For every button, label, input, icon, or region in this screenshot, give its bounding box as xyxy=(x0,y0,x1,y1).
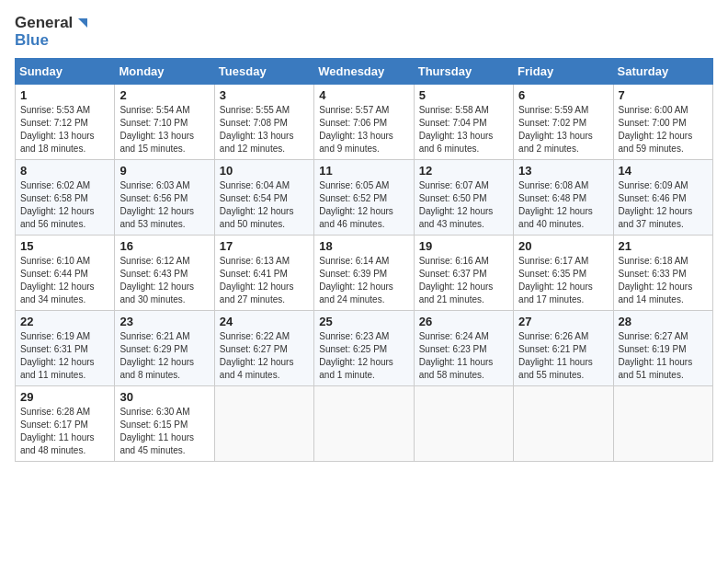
calendar-day-cell: 5 Sunrise: 5:58 AM Sunset: 7:04 PM Dayli… xyxy=(414,85,513,160)
calendar-day-cell: 29 Sunrise: 6:28 AM Sunset: 6:17 PM Dayl… xyxy=(16,386,115,462)
day-number: 4 xyxy=(319,88,408,102)
day-number: 10 xyxy=(220,164,309,178)
calendar-day-cell: 10 Sunrise: 6:04 AM Sunset: 6:54 PM Dayl… xyxy=(214,160,313,236)
day-info: Sunrise: 6:13 AM Sunset: 6:41 PM Dayligh… xyxy=(220,255,309,306)
calendar-header-row: SundayMondayTuesdayWednesdayThursdayFrid… xyxy=(16,59,713,85)
calendar-day-cell: 1 Sunrise: 5:53 AM Sunset: 7:12 PM Dayli… xyxy=(16,85,115,160)
calendar-day-cell: 9 Sunrise: 6:03 AM Sunset: 6:56 PM Dayli… xyxy=(115,160,214,236)
day-number: 14 xyxy=(619,164,708,178)
calendar-day-cell: 15 Sunrise: 6:10 AM Sunset: 6:44 PM Dayl… xyxy=(16,236,115,311)
calendar-day-cell: 16 Sunrise: 6:12 AM Sunset: 6:43 PM Dayl… xyxy=(115,236,214,311)
calendar-day-cell: 24 Sunrise: 6:22 AM Sunset: 6:27 PM Dayl… xyxy=(214,311,313,386)
calendar-day-cell: 6 Sunrise: 5:59 AM Sunset: 7:02 PM Dayli… xyxy=(514,85,613,160)
day-number: 23 xyxy=(119,315,209,328)
day-info: Sunrise: 5:55 AM Sunset: 7:08 PM Dayligh… xyxy=(220,104,309,155)
day-info: Sunrise: 6:22 AM Sunset: 6:27 PM Dayligh… xyxy=(220,330,309,382)
calendar-body: 1 Sunrise: 5:53 AM Sunset: 7:12 PM Dayli… xyxy=(16,85,713,462)
logo-arrow-icon xyxy=(74,15,91,31)
day-number: 15 xyxy=(20,239,109,253)
day-number: 22 xyxy=(20,315,109,328)
day-info: Sunrise: 6:14 AM Sunset: 6:39 PM Dayligh… xyxy=(319,255,408,306)
calendar-day-cell xyxy=(613,386,712,462)
calendar-week-row: 15 Sunrise: 6:10 AM Sunset: 6:44 PM Dayl… xyxy=(16,236,713,311)
day-info: Sunrise: 6:28 AM Sunset: 6:17 PM Dayligh… xyxy=(20,406,109,457)
calendar-week-row: 8 Sunrise: 6:02 AM Sunset: 6:58 PM Dayli… xyxy=(16,160,713,236)
day-info: Sunrise: 6:02 AM Sunset: 6:58 PM Dayligh… xyxy=(20,179,109,231)
calendar-day-cell: 30 Sunrise: 6:30 AM Sunset: 6:15 PM Dayl… xyxy=(115,386,214,462)
day-info: Sunrise: 6:10 AM Sunset: 6:44 PM Dayligh… xyxy=(20,255,109,306)
day-info: Sunrise: 6:07 AM Sunset: 6:50 PM Dayligh… xyxy=(419,179,508,231)
day-number: 9 xyxy=(119,164,209,178)
day-number: 8 xyxy=(20,164,109,178)
calendar-day-cell xyxy=(314,386,414,462)
calendar-day-cell: 11 Sunrise: 6:05 AM Sunset: 6:52 PM Dayl… xyxy=(314,160,414,236)
calendar-weekday-header: Monday xyxy=(115,59,214,85)
calendar-week-row: 1 Sunrise: 5:53 AM Sunset: 7:12 PM Dayli… xyxy=(16,85,713,160)
calendar-day-cell: 7 Sunrise: 6:00 AM Sunset: 7:00 PM Dayli… xyxy=(613,85,712,160)
calendar-day-cell: 26 Sunrise: 6:24 AM Sunset: 6:23 PM Dayl… xyxy=(414,311,513,386)
calendar-day-cell: 23 Sunrise: 6:21 AM Sunset: 6:29 PM Dayl… xyxy=(115,311,214,386)
svg-marker-0 xyxy=(78,18,87,28)
day-number: 18 xyxy=(319,239,408,253)
calendar-day-cell: 2 Sunrise: 5:54 AM Sunset: 7:10 PM Dayli… xyxy=(115,85,214,160)
day-number: 28 xyxy=(619,315,708,328)
calendar-day-cell: 25 Sunrise: 6:23 AM Sunset: 6:25 PM Dayl… xyxy=(314,311,414,386)
day-number: 5 xyxy=(419,88,508,102)
day-number: 3 xyxy=(220,88,309,102)
day-number: 30 xyxy=(119,390,209,404)
day-number: 13 xyxy=(518,164,608,178)
calendar-table: SundayMondayTuesdayWednesdayThursdayFrid… xyxy=(15,58,713,462)
day-number: 12 xyxy=(419,164,508,178)
calendar-weekday-header: Friday xyxy=(514,59,613,85)
day-info: Sunrise: 6:08 AM Sunset: 6:48 PM Dayligh… xyxy=(518,179,608,231)
day-info: Sunrise: 6:21 AM Sunset: 6:29 PM Dayligh… xyxy=(119,330,209,382)
day-info: Sunrise: 6:09 AM Sunset: 6:46 PM Dayligh… xyxy=(619,179,708,231)
calendar-day-cell: 13 Sunrise: 6:08 AM Sunset: 6:48 PM Dayl… xyxy=(514,160,613,236)
calendar-weekday-header: Wednesday xyxy=(314,59,414,85)
calendar-day-cell: 17 Sunrise: 6:13 AM Sunset: 6:41 PM Dayl… xyxy=(214,236,313,311)
day-info: Sunrise: 6:27 AM Sunset: 6:19 PM Dayligh… xyxy=(619,330,708,382)
day-number: 19 xyxy=(419,239,508,253)
calendar-weekday-header: Thursday xyxy=(414,59,513,85)
day-info: Sunrise: 6:19 AM Sunset: 6:31 PM Dayligh… xyxy=(20,330,109,382)
day-info: Sunrise: 6:17 AM Sunset: 6:35 PM Dayligh… xyxy=(518,255,608,306)
calendar-weekday-header: Tuesday xyxy=(214,59,313,85)
calendar-day-cell: 21 Sunrise: 6:18 AM Sunset: 6:33 PM Dayl… xyxy=(613,236,712,311)
calendar-day-cell: 20 Sunrise: 6:17 AM Sunset: 6:35 PM Dayl… xyxy=(514,236,613,311)
calendar-week-row: 22 Sunrise: 6:19 AM Sunset: 6:31 PM Dayl… xyxy=(16,311,713,386)
calendar-day-cell: 27 Sunrise: 6:26 AM Sunset: 6:21 PM Dayl… xyxy=(514,311,613,386)
day-number: 29 xyxy=(20,390,109,404)
calendar-day-cell: 14 Sunrise: 6:09 AM Sunset: 6:46 PM Dayl… xyxy=(613,160,712,236)
day-number: 24 xyxy=(220,315,309,328)
day-info: Sunrise: 5:59 AM Sunset: 7:02 PM Dayligh… xyxy=(518,104,608,155)
day-info: Sunrise: 5:57 AM Sunset: 7:06 PM Dayligh… xyxy=(319,104,408,155)
calendar-weekday-header: Sunday xyxy=(16,59,115,85)
day-number: 7 xyxy=(619,88,708,102)
calendar-week-row: 29 Sunrise: 6:28 AM Sunset: 6:17 PM Dayl… xyxy=(16,386,713,462)
logo-blue: Blue xyxy=(15,32,91,50)
day-number: 16 xyxy=(119,239,209,253)
day-info: Sunrise: 6:23 AM Sunset: 6:25 PM Dayligh… xyxy=(319,330,408,382)
calendar-day-cell xyxy=(514,386,613,462)
day-number: 2 xyxy=(119,88,209,102)
calendar-day-cell: 8 Sunrise: 6:02 AM Sunset: 6:58 PM Dayli… xyxy=(16,160,115,236)
day-info: Sunrise: 5:53 AM Sunset: 7:12 PM Dayligh… xyxy=(20,104,109,155)
day-number: 25 xyxy=(319,315,408,328)
calendar-day-cell: 4 Sunrise: 5:57 AM Sunset: 7:06 PM Dayli… xyxy=(314,85,414,160)
calendar-day-cell: 19 Sunrise: 6:16 AM Sunset: 6:37 PM Dayl… xyxy=(414,236,513,311)
day-number: 20 xyxy=(518,239,608,253)
day-info: Sunrise: 6:05 AM Sunset: 6:52 PM Dayligh… xyxy=(319,179,408,231)
logo: General Blue xyxy=(15,15,91,49)
day-info: Sunrise: 5:58 AM Sunset: 7:04 PM Dayligh… xyxy=(419,104,508,155)
calendar-day-cell xyxy=(414,386,513,462)
day-info: Sunrise: 6:24 AM Sunset: 6:23 PM Dayligh… xyxy=(419,330,508,382)
calendar-day-cell: 18 Sunrise: 6:14 AM Sunset: 6:39 PM Dayl… xyxy=(314,236,414,311)
day-number: 26 xyxy=(419,315,508,328)
day-info: Sunrise: 6:18 AM Sunset: 6:33 PM Dayligh… xyxy=(619,255,708,306)
day-info: Sunrise: 6:12 AM Sunset: 6:43 PM Dayligh… xyxy=(119,255,209,306)
day-number: 21 xyxy=(619,239,708,253)
calendar-weekday-header: Saturday xyxy=(613,59,712,85)
page-header: General Blue xyxy=(15,15,713,49)
calendar-day-cell: 12 Sunrise: 6:07 AM Sunset: 6:50 PM Dayl… xyxy=(414,160,513,236)
day-info: Sunrise: 5:54 AM Sunset: 7:10 PM Dayligh… xyxy=(119,104,209,155)
